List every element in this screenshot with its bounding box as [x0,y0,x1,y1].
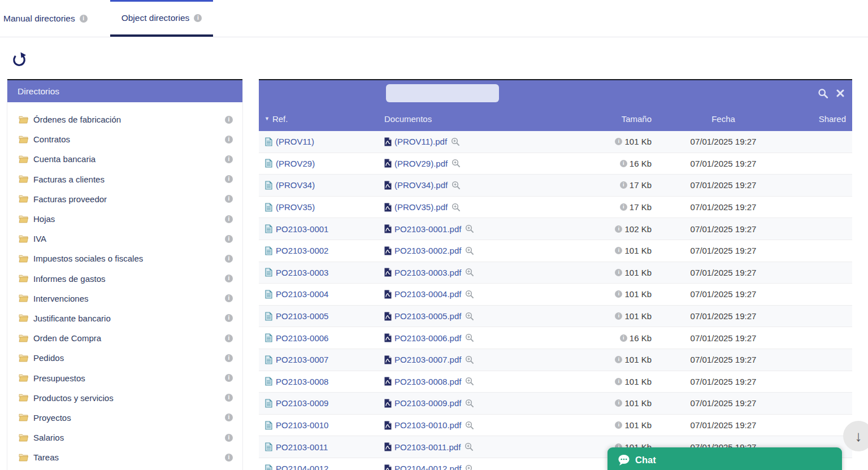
column-header-ref[interactable]: ▼ Ref. [259,114,384,124]
preview-zoom-icon[interactable] [465,421,474,430]
clear-search-icon[interactable] [836,89,844,97]
table-body: (PROV11) (PROV11).pdf i [259,131,852,470]
ref-link[interactable]: (PROV29) [276,159,315,168]
date-cell: 07/01/2025 19:27 [658,398,788,408]
ref-link[interactable]: PO2103-0007 [276,355,328,364]
sidebar-item-directory[interactable]: Facturas proveedor i [7,189,242,209]
directory-label: Proyectos [33,413,71,423]
document-link[interactable]: PO2103-0007.pdf [394,355,461,364]
document-link[interactable]: (PROV29).pdf [394,159,448,168]
sidebar-item-directory[interactable]: Presupuestos i [7,368,242,388]
ref-link[interactable]: PO2103-0004 [276,289,328,299]
info-icon: i [225,394,233,402]
chat-button[interactable]: Chat [607,447,842,470]
ref-link[interactable]: PO2103-0010 [276,420,328,430]
document-link[interactable]: PO2104-0012.pdf [394,464,461,470]
document-link[interactable]: PO2103-0002.pdf [394,246,461,255]
ref-link[interactable]: PO2103-0003 [276,268,328,277]
sidebar-item-directory[interactable]: Pedidos i [7,348,242,368]
ref-link[interactable]: (PROV34) [276,180,315,190]
folder-icon [19,374,28,382]
sidebar-item-directory[interactable]: Órdenes de fabricación i [7,110,242,129]
document-link[interactable]: PO2103-0005.pdf [394,311,461,321]
pdf-icon [384,377,392,386]
preview-zoom-icon[interactable] [465,224,474,233]
preview-zoom-icon[interactable] [465,268,474,277]
info-icon: i [615,399,622,407]
sidebar-item-directory[interactable]: Proyectos i [7,408,242,428]
folder-icon [19,235,28,243]
ref-link[interactable]: PO2103-0011 [276,442,328,452]
sidebar-item-directory[interactable]: Impuestos sociales o fiscales i [7,249,242,268]
ref-link[interactable]: (PROV35) [276,202,315,212]
column-header-size[interactable]: Tamaño [571,114,658,124]
document-link[interactable]: PO2103-0001.pdf [394,224,461,234]
document-link[interactable]: PO2103-0008.pdf [394,377,461,386]
preview-zoom-icon[interactable] [452,181,461,190]
preview-zoom-icon[interactable] [465,399,474,408]
table-row: PO2103-0003 PO2103-0003.pdf [259,262,852,284]
document-link[interactable]: (PROV11).pdf [394,137,447,146]
info-icon: i [80,15,88,23]
column-header-documents[interactable]: Documentos [384,114,571,124]
tab-object-directories[interactable]: Object directories i [110,0,214,37]
preview-zoom-icon[interactable] [465,312,474,321]
sidebar-item-directory[interactable]: Justificante bancario i [7,308,242,328]
chat-label: Chat [635,455,656,465]
document-link[interactable]: (PROV35).pdf [394,202,448,212]
info-icon: i [225,136,233,143]
preview-zoom-icon[interactable] [451,137,460,146]
preview-zoom-icon[interactable] [452,203,461,212]
refresh-button[interactable] [11,52,27,68]
sidebar-item-directory[interactable]: Informes de gastos i [7,269,242,289]
ref-link[interactable]: PO2103-0002 [276,246,328,255]
preview-zoom-icon[interactable] [465,333,474,342]
document-icon [265,377,272,386]
preview-zoom-icon[interactable] [465,464,474,470]
preview-zoom-icon[interactable] [465,377,474,386]
ref-link[interactable]: PO2103-0009 [276,398,328,408]
size-cell: i 101 Kb [571,289,658,299]
ref-cell: PO2103-0001 [259,224,384,234]
document-search-input[interactable] [386,84,499,102]
sidebar-item-directory[interactable]: Tareas i [7,447,242,467]
info-icon: i [225,255,233,263]
sidebar-item-directory[interactable]: Contratos i [7,129,242,149]
sidebar-item-directory[interactable]: Intervenciones i [7,289,242,308]
ref-link[interactable]: PO2104-0012 [276,464,328,470]
tab-manual-directories[interactable]: Manual directories i [0,0,96,37]
sidebar-item-directory[interactable]: Orden de Compra i [7,328,242,348]
preview-zoom-icon[interactable] [465,246,474,255]
ref-link[interactable]: PO2103-0008 [276,377,328,386]
document-link[interactable]: (PROV34).pdf [394,180,448,190]
document-link[interactable]: PO2103-0010.pdf [394,420,461,430]
document-link[interactable]: PO2103-0006.pdf [394,333,461,343]
ref-link[interactable]: PO2103-0006 [276,333,328,343]
document-link[interactable]: PO2103-0003.pdf [394,268,461,277]
ref-link[interactable]: PO2103-0001 [276,224,328,234]
preview-zoom-icon[interactable] [465,442,474,451]
folder-icon [19,175,28,183]
sidebar-item-directory[interactable]: Productos y servicios i [7,388,242,408]
sidebar-item-directory[interactable]: IVA i [7,229,242,249]
preview-zoom-icon[interactable] [452,159,461,168]
ref-link[interactable]: PO2103-0005 [276,311,328,321]
folder-icon [19,275,28,282]
table-search-row [259,80,852,106]
document-link[interactable]: PO2103-0009.pdf [394,398,461,408]
sidebar-item-directory[interactable]: Cuenta bancaria i [7,149,242,169]
sidebar-item-directory[interactable]: Facturas a clientes i [7,169,242,189]
sidebar-item-directory[interactable]: Hojas i [7,209,242,229]
sidebar-item-directory[interactable]: Salarios i [7,428,242,447]
column-header-date[interactable]: Fecha [658,114,788,124]
info-icon: i [194,14,202,22]
document-link[interactable]: PO2103-0004.pdf [394,289,461,299]
ref-link[interactable]: (PROV11) [276,137,314,146]
size-cell: i 101 Kb [571,268,658,277]
directory-label: IVA [33,234,46,243]
search-icon[interactable] [818,88,828,99]
document-link[interactable]: PO2103-0011.pdf [394,442,461,452]
preview-zoom-icon[interactable] [465,355,474,364]
preview-zoom-icon[interactable] [465,290,474,299]
info-icon: i [615,290,622,298]
